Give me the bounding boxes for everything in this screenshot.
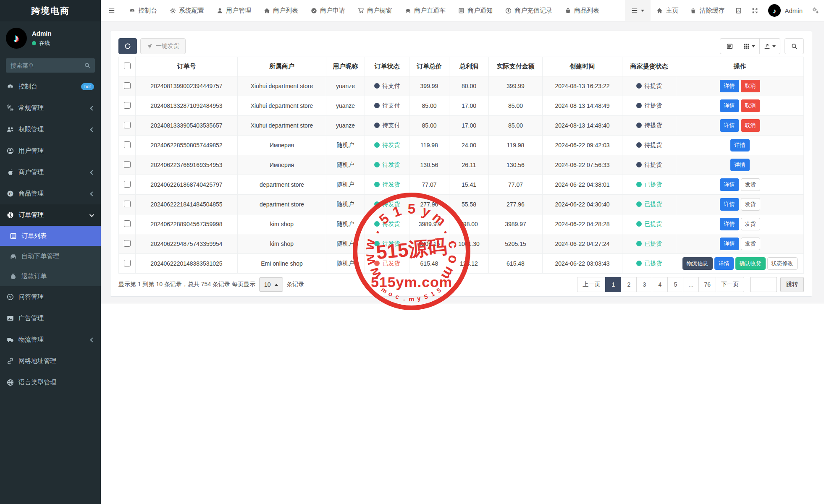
row-checkbox[interactable]	[124, 220, 131, 227]
refresh-button[interactable]	[118, 38, 137, 54]
action-button-取消[interactable]: 取消	[741, 80, 760, 92]
navbar-item-商户橱窗[interactable]: 商户橱窗	[352, 0, 399, 21]
sidebar-item-row[interactable]: 权限管理	[0, 119, 101, 140]
sidebar-item-row[interactable]: 用户管理	[0, 140, 101, 162]
sidebar-item-row[interactable]: 订单管理	[0, 204, 101, 226]
action-button-详情[interactable]: 详情	[720, 198, 739, 211]
switch-language-icon[interactable]: A	[730, 0, 747, 21]
created-time: 2024-06-22 07:56:33	[543, 155, 622, 175]
row-checkbox-cell	[119, 76, 136, 96]
sidebar-search-input[interactable]	[10, 62, 82, 69]
page-list: 上一页12345...76下一页	[577, 277, 744, 292]
navbar-item-控制台[interactable]: 控制台	[123, 0, 163, 21]
row-checkbox[interactable]	[124, 122, 131, 128]
page-button-2[interactable]: 2	[621, 277, 637, 292]
sidebar-toggle-button[interactable]	[101, 0, 123, 21]
sidebar-item-row[interactable]: 常规管理	[0, 97, 101, 119]
navbar-item-商户列表[interactable]: 商户列表	[257, 0, 304, 21]
action-button-详情[interactable]: 详情	[714, 257, 734, 270]
action-button-详情[interactable]: 详情	[730, 159, 750, 171]
chevron-left-icon	[90, 170, 94, 175]
sidebar-item-row[interactable]: P商品管理	[0, 183, 101, 204]
select-all-checkbox[interactable]	[124, 63, 131, 69]
sidebar-item-row[interactable]: 广告管理	[0, 308, 101, 329]
clear-cache-link[interactable]: 清除缓存	[684, 0, 730, 21]
action-button-详情[interactable]: 详情	[720, 178, 739, 191]
order-number: 2024062288904567359998	[136, 214, 238, 234]
sidebar-item-row[interactable]: 语言类型管理	[0, 372, 101, 393]
navbar-right: 主页 清除缓存 A ♪ Admin	[625, 0, 824, 21]
navbar-item-商品列表[interactable]: 商品列表	[559, 0, 606, 21]
navbar-item-label: 控制台	[138, 7, 157, 15]
jump-button[interactable]: 跳转	[780, 277, 804, 292]
user-menu[interactable]: ♪ Admin	[763, 0, 808, 21]
car-icon	[405, 8, 411, 14]
page-size-select[interactable]: 10	[259, 277, 283, 292]
action-button-详情[interactable]: 详情	[730, 139, 750, 151]
home-link[interactable]: 主页	[651, 0, 684, 21]
settings-gears-icon[interactable]	[808, 0, 824, 21]
table-row: 2024062220148383531025Emi online shop随机户…	[119, 254, 804, 274]
navbar-item-商户直通车[interactable]: 商户直通车	[399, 0, 452, 21]
action-button-发货[interactable]: 发货	[741, 238, 760, 250]
row-checkbox[interactable]	[124, 82, 131, 89]
row-checkbox[interactable]	[124, 201, 131, 207]
export-button[interactable]	[759, 38, 780, 54]
action-button-发货[interactable]: 发货	[741, 198, 760, 211]
sidebar-item-row[interactable]: 物流管理	[0, 329, 101, 350]
row-checkbox[interactable]	[124, 102, 131, 109]
sidebar-subitem-订单列表[interactable]: 订单列表	[0, 226, 101, 246]
action-button-详情[interactable]: 详情	[720, 238, 739, 250]
pickup-status: 待提货	[636, 141, 662, 149]
action-button-详情[interactable]: 详情	[720, 119, 739, 132]
sidebar-item-row[interactable]: 网络地址管理	[0, 350, 101, 372]
prev-page-button[interactable]: 上一页	[577, 277, 606, 292]
page-button-4[interactable]: 4	[652, 277, 668, 292]
status-dot-icon	[374, 83, 380, 89]
action-button-详情[interactable]: 详情	[720, 99, 739, 112]
nav-menu-dropdown[interactable]	[625, 0, 651, 21]
pickup-status: 待提货	[636, 82, 662, 90]
toggle-detail-view-button[interactable]	[720, 38, 739, 54]
row-checkbox[interactable]	[124, 181, 131, 188]
page-button-1[interactable]: 1	[605, 277, 621, 292]
action-button-取消[interactable]: 取消	[741, 99, 760, 112]
sidebar-item-row[interactable]: ?问答管理	[0, 286, 101, 308]
navbar-item-商户申请[interactable]: 商户申请	[304, 0, 352, 21]
row-checkbox[interactable]	[124, 260, 131, 266]
action-button-物流信息[interactable]: 物流信息	[682, 257, 713, 270]
page-button-76[interactable]: 76	[698, 277, 716, 292]
sidebar-subitem-退款订单[interactable]: 退款订单	[0, 266, 101, 286]
sidebar-item-label: 商户管理	[18, 168, 86, 176]
search-button[interactable]	[785, 38, 804, 54]
page-button-5[interactable]: 5	[667, 277, 683, 292]
sidebar-item-row[interactable]: 控制台hot	[0, 76, 101, 97]
action-button-详情[interactable]: 详情	[720, 218, 739, 230]
navbar-item-系统配置[interactable]: 系统配置	[163, 0, 210, 21]
action-button-发货[interactable]: 发货	[741, 178, 760, 191]
page-button-3[interactable]: 3	[636, 277, 652, 292]
fullscreen-icon[interactable]	[747, 0, 763, 21]
row-checkbox[interactable]	[124, 161, 131, 168]
table-row: 2024062261868740425797department store随机…	[119, 175, 804, 195]
sidebar-item-row[interactable]: 商户管理	[0, 162, 101, 183]
sidebar-subitem-自动下单管理[interactable]: 自动下单管理	[0, 246, 101, 266]
jump-page-input[interactable]	[750, 277, 777, 292]
columns-button[interactable]	[739, 38, 760, 54]
one-click-ship-button[interactable]: 一键发货	[140, 38, 186, 54]
row-checkbox[interactable]	[124, 141, 131, 148]
column-header: 订单号	[136, 57, 238, 76]
action-button-状态修改[interactable]: 状态修改	[767, 257, 798, 270]
navbar-item-商户通知[interactable]: 商户通知	[452, 0, 499, 21]
avatar: ♪	[6, 28, 27, 49]
next-page-button[interactable]: 下一页	[716, 277, 744, 292]
action-button-详情[interactable]: 详情	[720, 80, 739, 92]
row-checkbox[interactable]	[124, 240, 131, 247]
action-button-取消[interactable]: 取消	[741, 119, 760, 132]
action-button-发货[interactable]: 发货	[741, 218, 760, 230]
status-label: 已提货	[645, 260, 662, 267]
search-icon[interactable]	[84, 63, 90, 68]
navbar-item-商户充值记录[interactable]: 商户充值记录	[499, 0, 559, 21]
navbar-item-用户管理[interactable]: 用户管理	[210, 0, 257, 21]
action-button-确认收货[interactable]: 确认收货	[735, 257, 766, 270]
